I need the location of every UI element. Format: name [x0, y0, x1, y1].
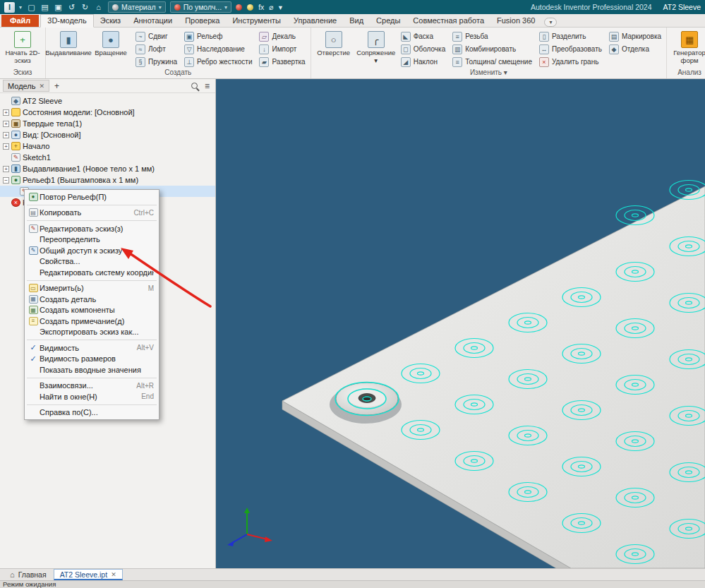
- ribbon-small-button[interactable]: ~Сдвиг: [133, 30, 180, 42]
- context-menu-item[interactable]: Редактировать систему координат: [25, 267, 159, 278]
- ribbon-small-button[interactable]: ▽Наследование: [181, 43, 255, 55]
- ribbon-small-button[interactable]: ≈Лофт: [133, 43, 180, 55]
- ribbon-tab-3d-модель[interactable]: 3D-модель: [40, 14, 93, 28]
- ribbon-big-button[interactable]: ▦Генератор форм: [669, 29, 705, 68]
- ribbon-tab-управление[interactable]: Управление: [287, 15, 343, 27]
- ribbon-small-button[interactable]: ◣Фаска: [398, 30, 449, 42]
- dropdown-caret-icon[interactable]: ▾: [279, 3, 282, 11]
- ribbon-collapse-icon[interactable]: ▾: [544, 18, 557, 27]
- ribbon-group-label[interactable]: Создать: [46, 68, 311, 78]
- expand-expander-icon[interactable]: +: [3, 143, 9, 150]
- context-menu-item[interactable]: Свойства...: [25, 256, 159, 268]
- ribbon-small-button[interactable]: ◆Отделка: [606, 43, 664, 55]
- expand-expander-icon[interactable]: +: [3, 109, 9, 116]
- ribbon-tab-вид[interactable]: Вид: [343, 15, 370, 27]
- ribbon-small-button[interactable]: ◢Наклон: [398, 56, 449, 68]
- ribbon-big-button[interactable]: ●Вращение: [90, 29, 131, 68]
- ribbon-big-button[interactable]: ○Отверстие: [313, 29, 354, 68]
- ribbon-small-button[interactable]: ▱Декаль: [256, 30, 308, 42]
- ribbon-tab-файл[interactable]: Файл: [1, 15, 39, 27]
- home-icon[interactable]: ⌂: [93, 3, 104, 11]
- add-panel-icon[interactable]: +: [52, 81, 61, 91]
- parameters-fx-icon[interactable]: fx: [258, 3, 264, 11]
- ribbon-tab-совместная-работа[interactable]: Совместная работа: [406, 15, 490, 27]
- ribbon-group-label[interactable]: Эскиз: [0, 68, 45, 78]
- document-tab[interactable]: AT2 Sleeve.ipt✕: [54, 569, 123, 580]
- ribbon-tab-инструменты[interactable]: Инструменты: [226, 15, 287, 27]
- save-icon[interactable]: ▣: [53, 3, 64, 12]
- undo-icon[interactable]: ↺: [66, 3, 77, 12]
- ribbon-group-label[interactable]: Изменить ▾: [311, 68, 666, 78]
- close-icon[interactable]: ✕: [111, 571, 116, 578]
- context-menu-item[interactable]: Справка по(С)...: [25, 407, 159, 419]
- material-dropdown[interactable]: Материал ▾: [108, 1, 166, 13]
- context-menu-item[interactable]: ▦Создать компоненты: [25, 305, 159, 316]
- context-menu-item[interactable]: ✎Общий доступ к эскизу: [25, 245, 159, 256]
- context-menu-item[interactable]: Экспортировать эскиз как...: [25, 327, 159, 338]
- expand-expander-icon[interactable]: +: [3, 121, 9, 127]
- ribbon-small-button[interactable]: ↔Преобразовать: [536, 43, 605, 55]
- unwrap-icon: ▰: [259, 57, 269, 67]
- browser-tree-item[interactable]: +Состояния модели: [Основной]: [0, 107, 215, 118]
- ribbon-small-button[interactable]: ▰Развертка: [256, 56, 308, 68]
- viewport-3d[interactable]: [216, 79, 705, 568]
- ribbon-tab-эскиз[interactable]: Эскиз: [94, 15, 127, 27]
- document-tab[interactable]: ⌂Главная: [4, 569, 52, 580]
- ribbon-small-button[interactable]: ×Удалить грань: [536, 56, 605, 68]
- inventor-logo-icon[interactable]: I: [4, 2, 15, 13]
- appearance-red-ball-icon[interactable]: [236, 4, 242, 11]
- context-menu-item[interactable]: ✎Редактировать эскиз(з): [25, 223, 159, 234]
- ribbon-group-label[interactable]: Анализ: [667, 68, 705, 78]
- appearance-yellow-ball-icon[interactable]: [247, 4, 253, 11]
- context-menu-item[interactable]: ≡Создать примечание(д): [25, 316, 159, 327]
- close-icon[interactable]: ✕: [39, 83, 44, 90]
- expand-expander-icon[interactable]: +: [3, 166, 9, 172]
- context-menu-item[interactable]: ✓ВидимостьAlt+V: [25, 342, 159, 354]
- ribbon-small-button[interactable]: ↓Импорт: [256, 43, 308, 55]
- browser-tab-model[interactable]: Модель ✕: [3, 80, 49, 92]
- expand-expander-icon[interactable]: +: [3, 132, 9, 138]
- ribbon-big-button[interactable]: +Начать 2D-эскиз: [2, 29, 43, 68]
- ribbon-tab-fusion-360[interactable]: Fusion 360: [490, 15, 541, 27]
- context-menu-item[interactable]: Показать вводные значения: [25, 364, 159, 376]
- ribbon-small-button[interactable]: ▣Рельеф: [181, 30, 255, 42]
- redo-icon[interactable]: ↻: [80, 3, 90, 12]
- ribbon-tab-среды[interactable]: Среды: [370, 15, 406, 27]
- ribbon-small-button[interactable]: ≡Резьба: [450, 30, 535, 42]
- browser-tree-item[interactable]: +◆AT2 Sleeve: [0, 95, 215, 107]
- ribbon-small-button[interactable]: ≡Толщина/ смещение: [450, 56, 535, 68]
- browser-tree-item[interactable]: +▮Выдавливание1 (Новое тело x 1 мм): [0, 163, 215, 174]
- context-menu-item[interactable]: Найти в окне(Н)End: [25, 391, 159, 402]
- context-menu-item[interactable]: ▤КопироватьCtrl+C: [25, 208, 159, 219]
- ribbon-small-button[interactable]: ◻Оболочка: [398, 43, 449, 55]
- ribbon-tab-проверка[interactable]: Проверка: [179, 15, 226, 27]
- browser-tree-item[interactable]: +●Вид: [Основной]: [0, 129, 215, 140]
- ribbon-big-button[interactable]: ╭Сопряжение ▾: [356, 29, 397, 68]
- appearance-dropdown[interactable]: По умолч... ▾: [170, 1, 231, 13]
- browser-tree-item[interactable]: +✎Sketch1: [0, 152, 215, 163]
- context-menu-item[interactable]: Переопределить: [25, 234, 159, 246]
- browser-tree-item[interactable]: +◼Твердые тела(1): [0, 118, 215, 129]
- ribbon-small-button[interactable]: ▯Разделить: [536, 30, 605, 42]
- context-menu-item[interactable]: ✓Видимость размеров: [25, 354, 159, 365]
- ribbon-tab-аннотации[interactable]: Аннотации: [127, 15, 179, 27]
- browser-tree-item[interactable]: −●Рельеф1 (Выштамповка x 1 мм): [0, 174, 215, 186]
- open-icon[interactable]: ▤: [40, 3, 50, 12]
- search-icon[interactable]: [191, 83, 198, 89]
- collapse-expander-icon[interactable]: −: [3, 177, 9, 184]
- new-file-icon[interactable]: ▢: [26, 3, 37, 12]
- viewport-canvas[interactable]: [216, 79, 705, 568]
- ribbon-small-button[interactable]: ▤Маркировка: [606, 30, 664, 42]
- context-menu-item[interactable]: ▦Создать деталь: [25, 294, 159, 305]
- ribbon-small-button[interactable]: §Пружина: [133, 56, 180, 68]
- ribbon-big-button[interactable]: ▮Выдавливание: [48, 29, 89, 68]
- ribbon-small-button[interactable]: ⊥Ребро жесткости: [181, 56, 255, 68]
- browser-tree-item[interactable]: ++Начало: [0, 140, 215, 152]
- context-menu-item[interactable]: Взаимосвязи...Alt+R: [25, 380, 159, 392]
- logo-caret-icon[interactable]: ▾: [19, 4, 22, 11]
- context-menu-item[interactable]: ●Повтор Рельеф(П): [25, 191, 159, 203]
- measure-tool-icon[interactable]: ⌀: [269, 3, 273, 11]
- hamburger-menu-icon[interactable]: ≡: [205, 81, 210, 91]
- ribbon-small-button[interactable]: ▥Комбинировать: [450, 43, 535, 55]
- context-menu-item[interactable]: ▭Измерить(ь)M: [25, 283, 159, 294]
